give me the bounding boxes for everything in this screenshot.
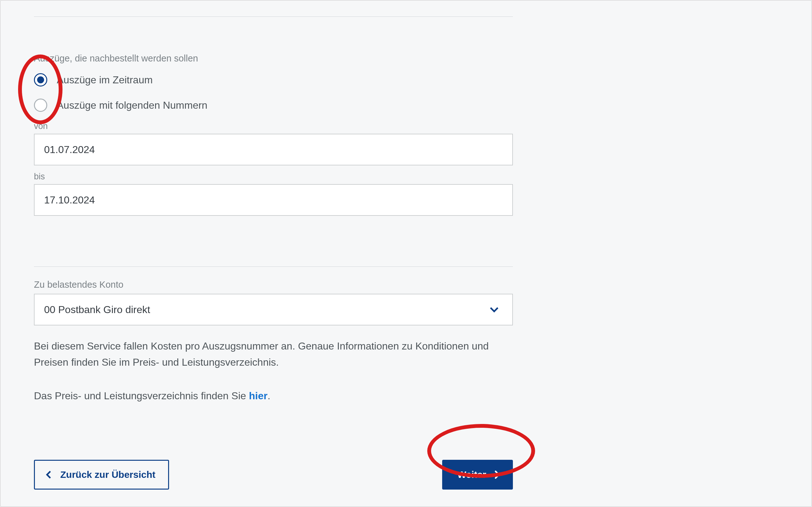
form-container: Auszüge, die nachbestellt werden sollen … (34, 1, 513, 507)
von-label: von (34, 121, 513, 131)
radio-indicator-unchecked (34, 99, 47, 112)
divider-top (34, 16, 513, 17)
link-suffix: . (267, 390, 270, 401)
divider-mid (34, 267, 513, 267)
bis-label: bis (34, 172, 513, 181)
chevron-down-icon (489, 304, 500, 315)
radio-group: Auszüge im Zeitraum Auszüge mit folgende… (34, 73, 513, 112)
link-prefix: Das Preis- und Leistungsverzeichnis find… (34, 390, 249, 401)
radio-label-zeitraum: Auszüge im Zeitraum (57, 74, 153, 86)
radio-option-zeitraum[interactable]: Auszüge im Zeitraum (34, 73, 513, 87)
back-button[interactable]: Zurück zur Übersicht (34, 460, 169, 490)
price-list-link[interactable]: hier (249, 390, 268, 401)
bis-input[interactable] (34, 184, 513, 216)
chevron-left-icon (44, 470, 53, 479)
account-selected-value: 00 Postbank Giro direkt (44, 304, 150, 316)
button-row: Zurück zur Übersicht Weiter (34, 460, 513, 490)
radio-label-nummern: Auszüge mit folgenden Nummern (57, 100, 207, 111)
chevron-right-icon (493, 470, 502, 479)
next-button[interactable]: Weiter (442, 460, 513, 490)
cost-info-text: Bei diesem Service fallen Kosten pro Aus… (34, 338, 513, 371)
von-input[interactable] (34, 134, 513, 165)
account-select[interactable]: 00 Postbank Giro direkt (34, 294, 513, 326)
back-button-label: Zurück zur Übersicht (60, 469, 155, 480)
next-button-label: Weiter (457, 469, 486, 480)
account-label: Zu belastendes Konto (34, 279, 513, 290)
radio-option-nummern[interactable]: Auszüge mit folgenden Nummern (34, 99, 513, 112)
radio-indicator-checked (34, 73, 47, 87)
price-list-link-line: Das Preis- und Leistungsverzeichnis find… (34, 388, 513, 404)
radio-group-label: Auszüge, die nachbestellt werden sollen (34, 53, 513, 64)
